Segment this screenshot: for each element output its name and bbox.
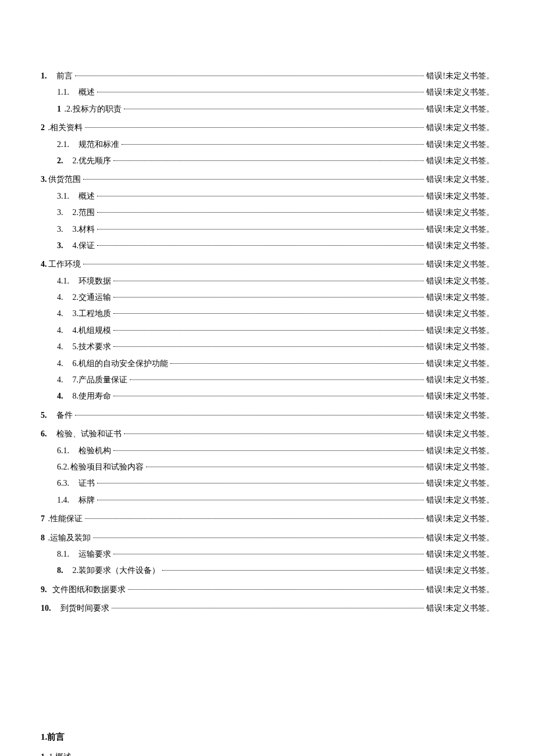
toc-entry-title: 文件图纸和数据要求 — [52, 583, 126, 596]
toc-entry: 4. 3.工程地质错误!未定义书签。 — [57, 307, 494, 320]
toc-entry-page: 错误!未定义书签。 — [426, 223, 494, 236]
toc-entry-number: 7 — [41, 513, 45, 525]
toc-entry-number: 1. — [41, 70, 47, 83]
toc-entry-title: .相关资料 — [48, 121, 83, 134]
toc-leader-dots — [146, 467, 424, 467]
toc-entry-title: 7.产品质量保证 — [73, 374, 128, 386]
toc-entry: 3. 2.范围错误!未定义书签。 — [57, 206, 494, 219]
toc-entry-number: 4. — [57, 324, 63, 337]
toc-entry-gap — [63, 223, 72, 236]
toc-entry: 8. 2.装卸要求（大件设备）错误!未定义书签。 — [57, 564, 494, 577]
toc-entry-gap — [69, 477, 77, 490]
toc-entry-number: 1 — [57, 103, 61, 116]
toc-entry-number: 4. — [57, 341, 63, 353]
toc-entry: 4. 4.机组规模错误!未定义书签。 — [57, 324, 494, 337]
toc-entry-number: 1.4. — [57, 494, 69, 507]
toc-entry: 4. 7.产品质量保证错误!未定义书签。 — [57, 374, 494, 386]
toc-entry-gap — [63, 357, 72, 370]
toc-entry-number: 8. — [57, 564, 63, 577]
toc-entry-number: 4. — [57, 390, 63, 403]
toc-entry-page: 错误!未定义书签。 — [426, 307, 494, 320]
toc-entry-gap — [63, 291, 72, 304]
toc-leader-dots — [113, 346, 424, 347]
toc-entry: 1. 前言错误!未定义书签。 — [41, 70, 494, 83]
toc-entry-number: 6.1. — [57, 445, 69, 457]
toc-entry-page: 错误!未定义书签。 — [426, 564, 494, 577]
toc-entry-gap — [47, 428, 55, 440]
toc-leader-dots — [85, 518, 424, 519]
toc-entry-number: 8.1. — [57, 548, 69, 561]
toc-entry-page: 错误!未定义书签。 — [426, 258, 494, 271]
toc-entry: 2. 2.优先顺序错误!未定义书签。 — [57, 155, 494, 167]
toc-entry-page: 错误!未定义书签。 — [426, 341, 494, 353]
toc-entry-title: 检验机构 — [79, 445, 111, 457]
toc-entry: 1.4. 标牌错误!未定义书签。 — [57, 494, 494, 507]
toc-leader-dots — [113, 313, 424, 314]
toc-entry-page: 错误!未定义书签。 — [426, 190, 494, 203]
toc-leader-dots — [83, 264, 425, 264]
toc-leader-dots — [124, 109, 425, 109]
toc-leader-dots — [113, 297, 424, 298]
toc-leader-dots — [162, 570, 424, 571]
toc-entry: 4. 6.机组的自动安全保护功能错误!未定义书签。 — [57, 357, 494, 370]
toc-entry-title: 工作环境 — [48, 258, 81, 271]
toc-entry-page: 错误!未定义书签。 — [426, 291, 494, 304]
toc-entry: 8.1. 运输要求错误!未定义书签。 — [57, 548, 494, 561]
toc-entry-page: 错误!未定义书签。 — [426, 461, 494, 474]
table-of-contents: 1. 前言错误!未定义书签。1.1. 概述错误!未定义书签。1 .2.投标方的职… — [41, 70, 494, 615]
toc-entry-gap — [47, 583, 51, 596]
toc-entry-page: 错误!未定义书签。 — [426, 206, 494, 219]
toc-entry-title: 5.技术要求 — [73, 341, 112, 353]
toc-entry-number: 3. — [57, 223, 63, 236]
toc-entry-title: 到货时间要求 — [60, 602, 109, 615]
toc-entry-number: 3. — [57, 239, 63, 252]
toc-entry-title: 2.交通运输 — [73, 291, 112, 304]
toc-entry-title: .运输及装卸 — [48, 532, 91, 544]
toc-entry-title: 供货范围 — [48, 173, 81, 186]
toc-entry-gap — [63, 239, 72, 252]
toc-entry: 2.1. 规范和标准错误!未定义书签。 — [57, 138, 494, 151]
toc-entry-page: 错误!未定义书签。 — [426, 583, 494, 596]
toc-leader-dots — [124, 433, 425, 434]
toc-entry-page: 错误!未定义书签。 — [426, 155, 494, 167]
toc-entry-page: 错误!未定义书签。 — [426, 513, 494, 525]
toc-entry: 4. 8.使用寿命错误!未定义书签。 — [57, 390, 494, 403]
toc-entry: 4.工作环境错误!未定义书签。 — [41, 258, 494, 271]
toc-entry-page: 错误!未定义书签。 — [426, 70, 494, 83]
toc-entry-number: 8 — [41, 532, 45, 544]
toc-entry-number: 3. — [57, 206, 63, 219]
toc-entry: 9. 文件图纸和数据要求错误!未定义书签。 — [41, 583, 494, 596]
toc-entry-number: 3.1. — [57, 190, 69, 203]
toc-entry: 10. 到货时间要求错误!未定义书签。 — [41, 602, 494, 615]
toc-entry-title: 6.机组的自动安全保护功能 — [73, 357, 169, 370]
toc-entry: 6.3. 证书错误!未定义书签。 — [57, 477, 494, 490]
toc-entry-number: 9. — [41, 583, 47, 596]
toc-entry-title: 3.工程地质 — [73, 307, 112, 320]
toc-entry-gap — [63, 390, 72, 403]
toc-entry: 3. 4.保证错误!未定义书签。 — [57, 239, 494, 252]
toc-entry-page: 错误!未定义书签。 — [426, 390, 494, 403]
toc-entry-page: 错误!未定义书签。 — [426, 548, 494, 561]
toc-leader-dots — [97, 92, 424, 92]
toc-entry: 4.1. 环境数据错误!未定义书签。 — [57, 275, 494, 288]
toc-entry-page: 错误!未定义书签。 — [426, 86, 494, 99]
toc-leader-dots — [97, 212, 424, 213]
toc-leader-dots — [75, 415, 425, 415]
toc-entry-gap — [69, 548, 77, 561]
toc-entry-page: 错误!未定义书签。 — [426, 445, 494, 457]
toc-entry-page: 错误!未定义书签。 — [426, 409, 494, 422]
toc-entry-title: .2.投标方的职责 — [65, 103, 122, 116]
toc-entry-number: 6. — [41, 428, 47, 440]
toc-entry-number: 4. — [57, 291, 63, 304]
toc-entry: 3.1. 概述错误!未定义书签。 — [57, 190, 494, 203]
toc-entry-gap — [45, 513, 47, 525]
toc-entry-page: 错误!未定义书签。 — [426, 239, 494, 252]
toc-entry-gap — [61, 103, 63, 116]
toc-entry-gap — [63, 374, 72, 386]
toc-entry: 4. 2.交通运输错误!未定义书签。 — [57, 291, 494, 304]
toc-entry-gap — [51, 602, 59, 615]
toc-entry-page: 错误!未定义书签。 — [426, 602, 494, 615]
toc-entry-page: 错误!未定义书签。 — [426, 275, 494, 288]
toc-entry-title: 备件 — [56, 409, 73, 422]
toc-entry-number: 1.1. — [57, 86, 69, 99]
